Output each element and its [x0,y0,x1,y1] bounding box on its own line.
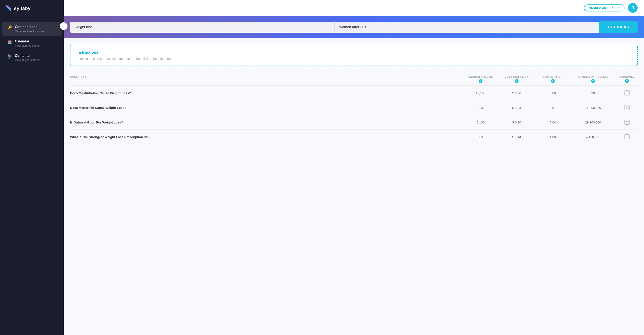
search-volume-value: 8,100 [464,106,498,109]
info-icon-results[interactable]: ? [591,79,595,83]
nav-label-content-ideas: Content Ideas [15,25,46,29]
sidebar-item-content-ideas[interactable]: 🔑 Content Ideas Generate idea for conten… [2,22,62,36]
search-volume-value: 8,100 [464,135,498,139]
key-icon: 🔑 [7,25,12,30]
competition-value: 0.01 [536,106,570,109]
logo-icon [4,5,12,12]
cpc-value: $ 2.33 [498,106,536,109]
nav-label-calendar: Calendar [15,39,41,44]
nav-sublabel-contents: View all your content [15,58,40,61]
main-area: Credits: 48.5K / 50K J GET IDEAS Instruc… [64,0,644,335]
sidebar: syllaby « 🔑 Content Ideas Generate idea … [0,0,64,335]
cpc-value: $ 0.00 [498,91,536,95]
cpc-value: $ 0.30 [498,120,536,124]
search-volume-value: 8,100 [464,120,498,124]
sidebar-nav: 🔑 Content Ideas Generate idea for conten… [0,17,64,335]
search-input-audience[interactable] [335,22,599,33]
instructions-text: Select a topic to produce content then f… [76,57,631,60]
schedule-button[interactable] [616,90,638,96]
info-icon-search-volume[interactable]: ? [479,79,482,83]
col-cost-per-click: COST-PER-CLICK ? [498,75,536,83]
col-search-volume: SEARCH VOLUME ? [464,75,498,83]
schedule-button[interactable] [616,105,638,110]
results-value: 4,430,000 [570,135,616,139]
table-row: Does Metformin Cause Weight Loss? 8,100 … [70,100,638,115]
collapse-button[interactable]: « [60,22,68,30]
avatar[interactable]: J [628,3,638,13]
col-number-results: NUMBER OF RESULTS ? [570,75,616,83]
question-text: What Is The Strongest Weight Loss Prescr… [70,135,464,139]
competition-value: 0.04 [536,120,570,124]
nav-sublabel-calendar: View planned content [15,44,41,47]
search-volume-value: 12,100 [464,91,498,95]
nav-sublabel-content-ideas: Generate idea for content [15,30,46,33]
table-row: Is Oatmeal Good For Weight Loss? 8,100 $… [70,115,638,130]
nav-label-contents: Contents [15,54,40,58]
table-row: What Is The Strongest Weight Loss Prescr… [70,130,638,144]
results-value: 29,900,000 [570,120,616,124]
schedule-button[interactable] [616,119,638,125]
results-table: QUESTIONS SEARCH VOLUME ? COST-PER-CLICK… [70,74,638,144]
collapse-icon: « [63,25,64,28]
instructions-title: Instructions : [76,50,631,55]
competition-value: 1.00 [536,135,570,139]
search-header: GET IDEAS [64,16,644,38]
info-icon-schedule[interactable]: ? [625,79,629,83]
calendar-icon: 📅 [7,40,12,44]
sidebar-item-calendar[interactable]: 📅 Calendar View planned content [2,36,62,50]
get-ideas-button[interactable]: GET IDEAS [599,21,638,33]
info-icon-competition[interactable]: ? [551,79,555,83]
content-area: Instructions : Select a topic to produce… [64,38,644,335]
schedule-button[interactable] [616,134,638,140]
cpc-value: $ 1.44 [498,135,536,139]
table-header: QUESTIONS SEARCH VOLUME ? COST-PER-CLICK… [70,74,638,86]
results-value: 98 [570,91,616,95]
table-row: Does Masturbation Cause Weight Loss? 12,… [70,86,638,100]
col-questions: QUESTIONS [70,75,464,83]
question-text: Does Masturbation Cause Weight Loss? [70,91,464,95]
info-icon-cpc[interactable]: ? [515,79,518,83]
col-schedule: SCHEDULE ? [616,75,638,83]
topbar: Credits: 48.5K / 50K J [64,0,644,16]
question-text: Is Oatmeal Good For Weight Loss? [70,120,464,125]
logo-text: syllaby [14,6,30,11]
svg-marker-2 [8,8,11,11]
competition-value: 0.00 [536,91,570,95]
question-text: Does Metformin Cause Weight Loss? [70,105,464,110]
instructions-box: Instructions : Select a topic to produce… [70,45,638,66]
sidebar-item-contents[interactable]: 📡 Contents View all your content [2,51,62,65]
results-value: 15,200,000 [570,106,616,109]
broadcast-icon: 📡 [7,54,12,59]
logo-area: syllaby [0,0,64,17]
search-input-topic[interactable] [70,22,334,33]
col-competition: COMPETITION ? [536,75,570,83]
credits-badge: Credits: 48.5K / 50K [584,4,624,11]
